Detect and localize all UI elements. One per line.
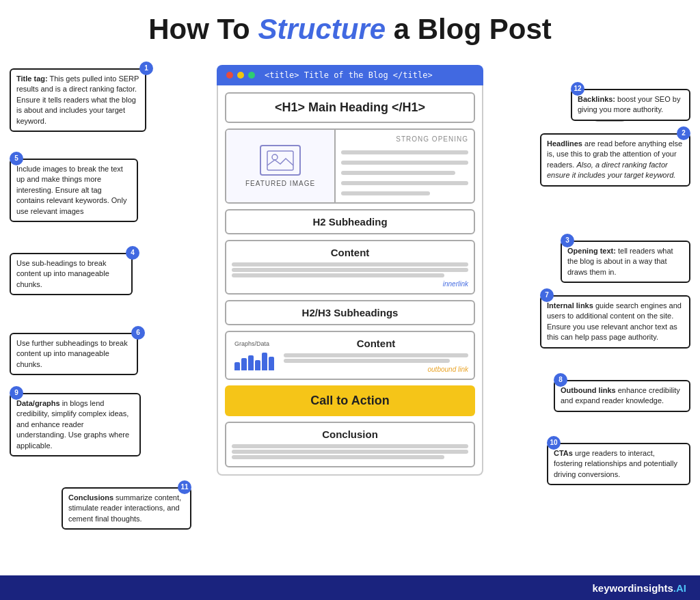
- ann10-strong: CTAs: [554, 449, 573, 457]
- annotation-7: Internal links guide search engines and …: [540, 295, 690, 349]
- annotation-2: Headlines are read before anything else …: [540, 133, 690, 187]
- text-line: [284, 353, 468, 357]
- num-circle-12: 12: [571, 82, 584, 96]
- ann11-strong: Conclusions: [68, 493, 113, 502]
- ann5-text: Include images to break the text up and …: [16, 165, 126, 215]
- blog-h1-section: <H1> Main Heading </H1>: [225, 92, 475, 123]
- dot-red: [226, 72, 233, 79]
- text-line: [341, 161, 468, 165]
- text-line: [232, 268, 468, 272]
- strong-opening-box: STRONG OPENING: [336, 130, 474, 202]
- num-circle-8: 8: [554, 373, 567, 387]
- annotation-12: Backlinks: boost your SEO by giving you …: [571, 89, 690, 121]
- ann9-strong: Data/graphs: [16, 399, 60, 407]
- num-circle-2: 2: [677, 126, 690, 140]
- text-line: [232, 262, 468, 267]
- footer-logo: keywordinsights.AI: [592, 582, 686, 594]
- blog-h2h3: H2/H3 Subheadings: [225, 300, 475, 325]
- num-circle-7: 7: [540, 288, 554, 302]
- ann2-strong: Headlines: [547, 139, 582, 148]
- conclusion-box: Conclusion: [225, 422, 475, 467]
- num-circle-1: 1: [139, 62, 153, 75]
- text-line: [232, 273, 444, 277]
- blog-h2: H2 Subheading: [225, 209, 475, 234]
- browser-title: <title> Title of the Blog </title>: [265, 70, 433, 80]
- content-box-1: Content innerlink: [225, 240, 475, 295]
- bar: [234, 362, 240, 370]
- num-circle-11: 11: [178, 480, 191, 494]
- bar: [255, 360, 260, 370]
- svg-point-1: [272, 154, 278, 160]
- bar: [262, 353, 267, 370]
- blog-body: <H1> Main Heading </H1> FEATURED IMAGE: [217, 85, 483, 476]
- text-line: [232, 444, 468, 448]
- data-content-row: Graphs/Data Content: [232, 338, 468, 373]
- conclusion-label: Conclusion: [232, 428, 468, 440]
- ann7-strong: Internal links: [547, 301, 593, 310]
- image-icon: [267, 150, 294, 171]
- dot-green: [248, 72, 255, 79]
- main-title: How To Structure a Blog Post: [14, 14, 686, 45]
- outbound-link-text: outbound link: [284, 366, 468, 373]
- num-circle-5: 5: [10, 152, 23, 165]
- featured-row: FEATURED IMAGE STRONG OPENING: [225, 128, 475, 204]
- content-label-2: Content: [284, 338, 468, 349]
- featured-img-icon: [260, 145, 301, 176]
- bars: [234, 350, 274, 370]
- annotation-5: Include images to break the text up and …: [10, 159, 138, 222]
- num-circle-3: 3: [561, 234, 574, 247]
- annotation-11: Conclusions summarize content, stimulate…: [62, 487, 191, 530]
- content-text-2: Content outbound link: [284, 338, 468, 373]
- num-circle-6: 6: [131, 326, 145, 340]
- annotation-9: Data/graphs in blogs lend credibility, s…: [10, 393, 141, 456]
- graph-label: Graphs/Data: [234, 340, 269, 347]
- text-line: [232, 455, 444, 459]
- blog-mockup: <title> Title of the Blog </title> <H1> …: [217, 65, 483, 476]
- ann10-text: urge readers to interact, fostering rela…: [554, 449, 677, 478]
- browser-bar: <title> Title of the Blog </title>: [217, 65, 483, 85]
- annotation-8: Outbound links enhance credibility and e…: [554, 380, 690, 412]
- num-circle-10: 10: [547, 436, 561, 450]
- text-line: [284, 359, 450, 363]
- text-line: [341, 181, 468, 185]
- ann6-text: Use further subheadings to break content…: [16, 339, 128, 368]
- annotation-6: Use further subheadings to break content…: [10, 333, 138, 375]
- footer-brand: keyword: [592, 582, 634, 594]
- text-line: [341, 191, 430, 195]
- svg-rect-0: [267, 151, 293, 170]
- text-line: [341, 150, 468, 154]
- strong-opening-title: STRONG OPENING: [341, 135, 468, 143]
- footer-ai: .AI: [673, 582, 686, 594]
- featured-img-box: FEATURED IMAGE: [226, 130, 336, 202]
- bar: [269, 357, 274, 370]
- annotation-1: Title tag: This gets pulled into SERP re…: [10, 68, 146, 132]
- ann1-strong: Title tag:: [16, 74, 48, 83]
- innerlink-text: innerlink: [232, 280, 468, 288]
- text-line: [341, 171, 455, 175]
- cta-box: Call to Action: [225, 385, 475, 416]
- ann3-strong: Opening text:: [567, 247, 616, 255]
- annotation-10: CTAs urge readers to interact, fostering…: [547, 443, 690, 485]
- dot-yellow: [237, 72, 244, 79]
- graph-box: Graphs/Data: [232, 338, 277, 373]
- annotation-3: Opening text: tell readers what the blog…: [561, 241, 690, 283]
- content-label-1: Content: [232, 247, 468, 258]
- annotation-4: Use sub-headings to break content up int…: [10, 253, 133, 295]
- ann8-strong: Outbound links: [561, 386, 616, 394]
- num-circle-9: 9: [10, 386, 23, 400]
- footer-brand-bold: insights: [634, 582, 673, 594]
- featured-img-label: FEATURED IMAGE: [245, 180, 315, 187]
- text-line: [232, 450, 468, 454]
- bar: [241, 358, 247, 370]
- content-box-2: Graphs/Data Content: [225, 331, 475, 380]
- title-highlight: Structure: [258, 13, 386, 45]
- ann4-text: Use sub-headings to break content up int…: [16, 259, 109, 288]
- num-circle-4: 4: [126, 246, 139, 260]
- bar: [248, 355, 254, 370]
- blog-h1: <H1> Main Heading </H1>: [226, 94, 474, 122]
- ann12-strong: Backlinks:: [578, 95, 615, 103]
- footer-bar: keywordinsights.AI: [0, 575, 700, 600]
- page-wrapper: How To Structure a Blog Post <title> Tit…: [0, 0, 700, 600]
